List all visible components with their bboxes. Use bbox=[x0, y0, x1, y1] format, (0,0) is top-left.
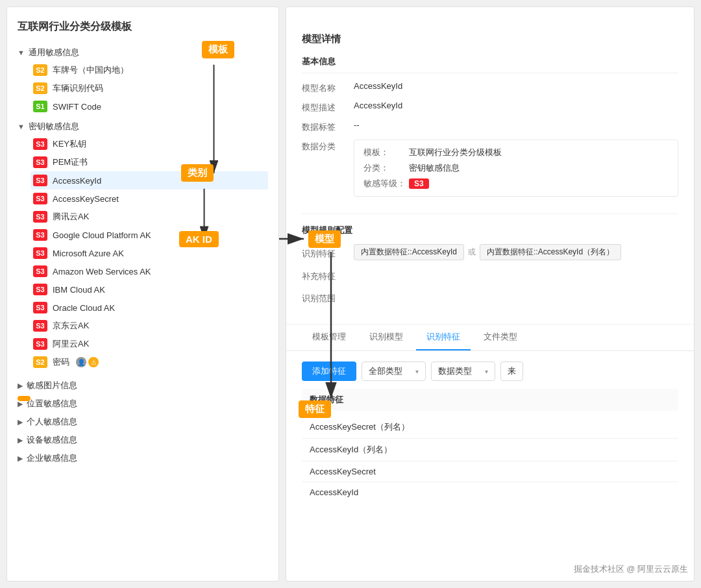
badge-s3: S3 bbox=[33, 247, 47, 259]
feature-item-2[interactable]: AccessKeySecret bbox=[302, 461, 678, 482]
classify-value-category: 密钥敏感信息 bbox=[409, 162, 460, 174]
group-secret: ▼ 密钥敏感信息 S3 KEY私钥 S3 PEM证书 S3 AccessKeyI… bbox=[18, 118, 268, 371]
group-general-label: 通用敏感信息 bbox=[29, 47, 79, 58]
filter-data-type-select[interactable]: 数据类型 ▾ bbox=[431, 361, 495, 381]
item-label: KEY私钥 bbox=[53, 138, 86, 150]
annotation-akid: AK ID bbox=[179, 231, 219, 247]
list-item[interactable]: S2 车辆识别代码 bbox=[31, 79, 268, 97]
filter-type-label: 全部类型 bbox=[369, 365, 402, 377]
model-rules-section: 模型规则配置 识别特征 内置数据特征::AccessKeyId 或 内置数据特征… bbox=[286, 203, 694, 311]
info-row-tag: 数据标签 -- bbox=[302, 120, 678, 133]
badge-s2: S2 bbox=[33, 64, 47, 76]
item-label: Microsoft Azure AK bbox=[53, 249, 124, 258]
list-item[interactable]: S1 SWIFT Code bbox=[31, 97, 268, 116]
info-row-classify: 数据分类 模板： 互联网行业分类分级模板 分类： 密钥敏感信息 敏感等级： bbox=[302, 140, 678, 197]
group-general-items: S2 车牌号（中国内地） S2 车辆识别代码 S1 SWIFT Code bbox=[31, 61, 268, 116]
classify-label-level: 敏感等级： bbox=[363, 178, 409, 190]
tab-file-type[interactable]: 文件类型 bbox=[473, 325, 528, 350]
bottom-section: 模板管理 识别模型 识别特征 文件类型 添加特征 全部类型 ▾ 数据类型 ▾ bbox=[286, 324, 694, 513]
list-item[interactable]: S3 京东云AK bbox=[31, 317, 268, 335]
item-label: AccessKeyId bbox=[53, 176, 101, 186]
group-location[interactable]: ▶ 位置敏感信息 bbox=[18, 395, 268, 413]
info-value-desc: AccessKeyId bbox=[354, 101, 678, 110]
list-item[interactable]: S3 PEM证书 bbox=[31, 153, 268, 171]
annotation-category: 类别 bbox=[181, 164, 214, 182]
list-item[interactable]: S3 Google Cloud Platform AK bbox=[31, 226, 268, 244]
item-label: 京东云AK bbox=[53, 320, 89, 332]
list-item[interactable]: S3 KEY私钥 bbox=[31, 135, 268, 153]
list-item[interactable]: S3 Oracle Cloud AK bbox=[31, 299, 268, 317]
badge-s3: S3 bbox=[33, 284, 47, 295]
item-label: 车牌号（中国内地） bbox=[53, 64, 129, 76]
badge-s3-inline: S3 bbox=[409, 178, 429, 189]
list-item[interactable]: S2 车牌号（中国内地） bbox=[31, 61, 268, 79]
list-item-password[interactable]: S2 密码 👤 ⚠ bbox=[31, 353, 268, 371]
rule-row-supplement: 补充特征 bbox=[302, 267, 678, 282]
item-label: Google Cloud Platform AK bbox=[53, 230, 151, 240]
tabs-bar: 模板管理 识别模型 识别特征 文件类型 bbox=[286, 325, 694, 351]
feature-item-0[interactable]: AccessKeySecret（列名） bbox=[302, 416, 678, 439]
item-label: SWIFT Code bbox=[53, 102, 101, 112]
annotation-feature: 特征 bbox=[299, 400, 331, 418]
group-secret-items: S3 KEY私钥 S3 PEM证书 S3 AccessKeyId S3 Acce… bbox=[31, 135, 268, 371]
group-secret-header[interactable]: ▼ 密钥敏感信息 bbox=[18, 118, 268, 135]
list-item[interactable]: S3 Microsoft Azure AK bbox=[31, 244, 268, 262]
list-item[interactable]: S3 AccessKeySecret bbox=[31, 190, 268, 208]
data-features-section: 数据特征 bbox=[302, 389, 678, 411]
group-general-arrow: ▼ bbox=[18, 49, 25, 56]
add-feature-button[interactable]: 添加特征 bbox=[302, 361, 356, 381]
group-device[interactable]: ▶ 设备敏感信息 bbox=[18, 431, 268, 449]
basic-info-title: 基本信息 bbox=[302, 56, 678, 73]
item-label: IBM Cloud AK bbox=[53, 285, 105, 295]
rule-row-identify: 识别特征 内置数据特征::AccessKeyId 或 内置数据特征::Acces… bbox=[302, 244, 678, 260]
filter-type-select[interactable]: 全部类型 ▾ bbox=[362, 361, 426, 381]
left-panel-title: 互联网行业分类分级模板 bbox=[18, 20, 268, 34]
arrow-right-icon: ▶ bbox=[18, 454, 23, 463]
tab-identify-feature[interactable]: 识别特征 bbox=[416, 325, 471, 350]
badge-s3: S3 bbox=[33, 193, 47, 204]
rule-or: 或 bbox=[468, 247, 476, 258]
classify-label-template: 模板： bbox=[363, 147, 409, 158]
badge-s3: S3 bbox=[33, 320, 47, 332]
badge-s1: S1 bbox=[33, 101, 47, 112]
badge-s2: S2 bbox=[33, 356, 47, 368]
item-label: 车辆识别代码 bbox=[53, 82, 103, 94]
info-row-desc: 模型描述 AccessKeyId bbox=[302, 101, 678, 114]
badge-s3: S3 bbox=[33, 302, 47, 313]
classify-value-template: 互联网行业分类分级模板 bbox=[409, 147, 502, 158]
filter-data-type-label: 数据类型 bbox=[438, 365, 472, 377]
classify-row-level: 敏感等级： S3 bbox=[363, 178, 669, 190]
badge-s3: S3 bbox=[33, 265, 47, 277]
list-item[interactable]: S3 腾讯云AK bbox=[31, 208, 268, 226]
filter-more-label: 来 bbox=[508, 365, 516, 377]
group-image[interactable]: ▶ 敏感图片信息 bbox=[18, 376, 268, 395]
model-detail-title: 模型详情 bbox=[302, 33, 678, 45]
rule-label-supplement: 补充特征 bbox=[302, 267, 354, 282]
classify-label-category: 分类： bbox=[363, 162, 409, 174]
list-item-accesskeyid[interactable]: S3 AccessKeyId bbox=[31, 171, 268, 190]
arrow-right-icon: ▶ bbox=[18, 436, 23, 445]
info-row-name: 模型名称 AccessKeyId bbox=[302, 81, 678, 94]
warn-icon: ⚠ bbox=[88, 357, 99, 367]
tab-template-management[interactable]: 模板管理 bbox=[302, 325, 356, 350]
item-label: 密码 bbox=[53, 356, 69, 368]
item-label: PEM证书 bbox=[53, 156, 88, 168]
tab-identify-model[interactable]: 识别模型 bbox=[359, 325, 413, 350]
feature-item-1[interactable]: AccessKeyId（列名） bbox=[302, 439, 678, 461]
model-detail-section: 模型详情 基本信息 模型名称 AccessKeyId 模型描述 AccessKe… bbox=[286, 7, 694, 203]
filter-more-select[interactable]: 来 bbox=[500, 361, 523, 381]
badge-s3: S3 bbox=[33, 211, 47, 223]
list-item-aws[interactable]: S3 Amazon Web Services AK bbox=[31, 262, 268, 280]
group-enterprise[interactable]: ▶ 企业敏感信息 bbox=[18, 449, 268, 467]
group-image-label: 敏感图片信息 bbox=[27, 380, 77, 391]
list-item[interactable]: S3 阿里云AK bbox=[31, 335, 268, 353]
info-value-tag: -- bbox=[354, 120, 678, 130]
rule-row-scope: 识别范围 bbox=[302, 289, 678, 304]
group-personal[interactable]: ▶ 个人敏感信息 bbox=[18, 413, 268, 431]
classify-row-template: 模板： 互联网行业分类分级模板 bbox=[363, 147, 669, 158]
info-label: 模型名称 bbox=[302, 81, 354, 94]
feature-item-3[interactable]: AccessKeyId bbox=[302, 482, 678, 502]
list-item-ibm[interactable]: S3 IBM Cloud AK bbox=[31, 280, 268, 299]
item-label: 腾讯云AK bbox=[53, 211, 89, 223]
main-container: 互联网行业分类分级模板 ▼ 通用敏感信息 S2 车牌号（中国内地） S2 车辆识… bbox=[0, 0, 701, 588]
